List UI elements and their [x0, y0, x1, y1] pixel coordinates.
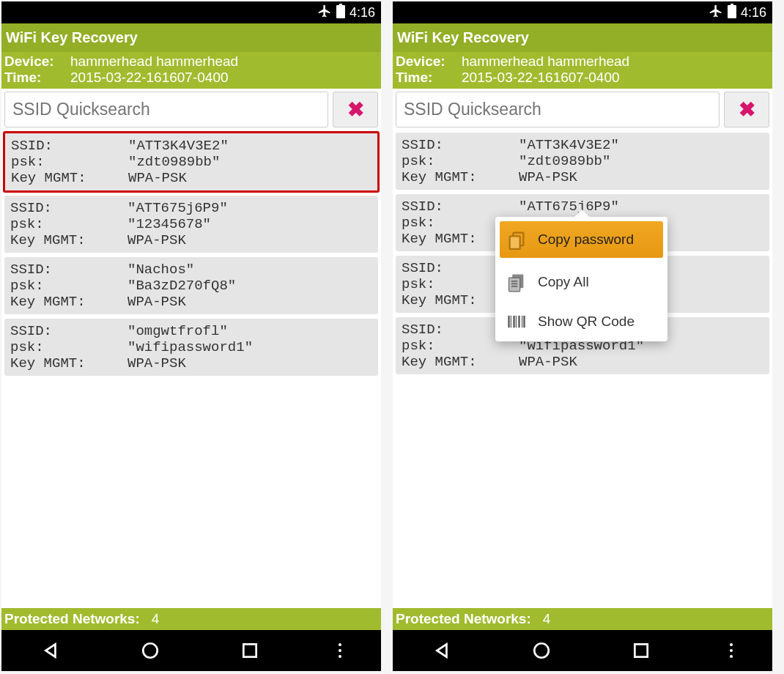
network-list: SSID:"ATT3K4V3E2" psk:"zdt0989bb" Key MG…	[393, 130, 772, 608]
nav-home-button[interactable]	[140, 640, 160, 661]
ssid-value: "ATT3K4V3E2"	[128, 138, 229, 154]
device-label: Device:	[4, 53, 70, 70]
search-input[interactable]	[396, 92, 720, 127]
svg-rect-14	[522, 316, 522, 327]
psk-value: "zdt0989bb"	[128, 154, 220, 170]
svg-rect-3	[510, 236, 520, 249]
navigation-bar	[393, 630, 772, 671]
time-value: 2015-03-22-161607-0400	[70, 70, 229, 86]
popup-arrow-icon	[574, 210, 589, 217]
svg-rect-12	[516, 316, 517, 327]
footer-bar: Protected Networks: 4	[393, 608, 772, 630]
search-input[interactable]	[4, 92, 328, 127]
menu-copy-password[interactable]: Copy password	[500, 221, 663, 258]
search-row: ✖	[1, 89, 381, 130]
keymgmt-label: Key MGMT:	[11, 170, 128, 186]
footer-label: Protected Networks:	[4, 611, 140, 626]
status-bar: 4:16	[1, 1, 381, 23]
ssid-label: SSID:	[11, 138, 128, 154]
network-card[interactable]: SSID:"Nachos" psk:"Ba3zD270fQ8" Key MGMT…	[4, 257, 378, 314]
network-list: SSID:"ATT3K4V3E2" psk:"zdt0989bb" Key MG…	[1, 130, 381, 608]
info-bar: Device: hammerhead hammerhead Time: 2015…	[1, 52, 381, 89]
navigation-bar	[1, 630, 381, 671]
battery-icon	[336, 4, 345, 22]
nav-back-button[interactable]	[41, 640, 62, 661]
app-title: WiFi Key Recovery	[397, 29, 529, 45]
nav-recent-button[interactable]	[631, 640, 651, 661]
keymgmt-value: WPA-PSK	[128, 170, 187, 186]
network-card[interactable]: SSID:"omgwtfrofl" psk:"wifipassword1" Ke…	[4, 319, 378, 376]
svg-rect-10	[511, 316, 511, 327]
status-time: 4:16	[350, 5, 375, 21]
footer-count: 4	[543, 611, 551, 626]
menu-label: Show QR Code	[538, 314, 635, 330]
copy-all-icon	[506, 271, 528, 293]
footer-label: Protected Networks:	[396, 611, 531, 626]
status-time: 4:16	[741, 5, 766, 21]
menu-label: Copy All	[538, 274, 589, 290]
nav-more-button[interactable]	[339, 643, 341, 658]
battery-icon	[728, 4, 736, 22]
context-menu: Copy password Copy All Show QR Code	[495, 217, 667, 341]
network-card[interactable]: SSID:"ATT3K4V3E2" psk:"zdt0989bb" Key MG…	[396, 133, 769, 190]
search-row: ✖	[393, 89, 772, 130]
svg-point-0	[144, 643, 158, 658]
app-title: WiFi Key Recovery	[6, 29, 138, 45]
clear-search-button[interactable]: ✖	[333, 92, 378, 127]
footer-bar: Protected Networks: 4	[1, 608, 381, 630]
nav-more-button[interactable]	[730, 643, 733, 658]
svg-rect-1	[243, 644, 256, 656]
app-title-bar: WiFi Key Recovery	[1, 23, 381, 52]
menu-show-qr[interactable]: Show QR Code	[495, 302, 667, 341]
svg-rect-13	[518, 316, 519, 327]
nav-home-button[interactable]	[531, 640, 552, 661]
network-card[interactable]: SSID:"ATT3K4V3E2" psk:"zdt0989bb" Key MG…	[3, 131, 380, 193]
device-value: hammerhead hammerhead	[70, 53, 238, 70]
footer-count: 4	[152, 611, 160, 626]
phone-right: 4:16 WiFi Key Recovery Device: hammerhea…	[393, 1, 772, 671]
network-card[interactable]: SSID:"ATT675j6P9" psk:"12345678" Key MGM…	[4, 196, 378, 253]
device-value: hammerhead hammerhead	[462, 53, 629, 70]
nav-back-button[interactable]	[432, 640, 453, 661]
phone-left: 4:16 WiFi Key Recovery Device: hammerhea…	[1, 1, 381, 671]
device-label: Device:	[396, 53, 462, 70]
status-bar: 4:16	[393, 1, 772, 23]
airplane-mode-icon	[709, 4, 723, 22]
barcode-icon	[506, 311, 528, 333]
svg-rect-11	[513, 316, 514, 327]
copy-icon	[506, 229, 528, 251]
svg-rect-17	[635, 644, 647, 656]
svg-point-16	[535, 643, 550, 658]
clear-search-button[interactable]: ✖	[724, 92, 769, 127]
app-title-bar: WiFi Key Recovery	[393, 23, 772, 52]
close-icon: ✖	[347, 97, 364, 122]
time-label: Time:	[4, 70, 70, 86]
time-label: Time:	[396, 70, 462, 86]
info-bar: Device: hammerhead hammerhead Time: 2015…	[393, 52, 772, 89]
svg-rect-15	[523, 316, 525, 327]
svg-rect-9	[508, 316, 509, 327]
nav-recent-button[interactable]	[240, 640, 260, 661]
psk-label: psk:	[11, 154, 128, 170]
menu-label: Copy password	[538, 232, 634, 248]
time-value: 2015-03-22-161607-0400	[462, 70, 620, 86]
close-icon: ✖	[739, 97, 755, 122]
menu-copy-all[interactable]: Copy All	[495, 262, 667, 302]
svg-rect-5	[509, 278, 520, 292]
airplane-mode-icon	[317, 4, 332, 22]
